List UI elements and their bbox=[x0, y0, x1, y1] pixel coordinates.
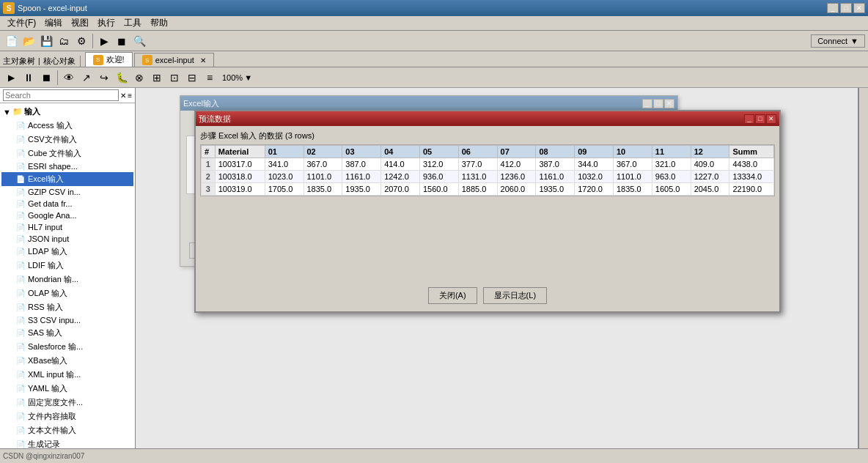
toolbar-btn-7[interactable]: 🔍 bbox=[131, 33, 147, 49]
panel-tab-core[interactable]: 核心对象 bbox=[43, 56, 76, 67]
toolbar-btn-5[interactable]: ▶ bbox=[96, 33, 112, 49]
tree-item-16[interactable]: 📄 SAS 输入 bbox=[1, 326, 133, 340]
pause-btn[interactable]: ⏸ bbox=[21, 70, 37, 86]
preview-max-btn[interactable]: □ bbox=[755, 114, 765, 124]
settings-btn[interactable]: ⚙ bbox=[73, 33, 89, 49]
item-icon-5: 📄 bbox=[16, 188, 25, 196]
toolbar-btn-6[interactable]: ◼ bbox=[114, 33, 130, 49]
tree-item-9[interactable]: 📄 JSON input bbox=[1, 233, 133, 245]
tree-folder-input[interactable]: ▼ 📁 输入 bbox=[1, 105, 133, 119]
tree-item-14[interactable]: 📄 RSS 输入 bbox=[1, 300, 133, 314]
tree-item-2[interactable]: 📄 Cube 文件输入 bbox=[1, 147, 133, 160]
tab-welcome[interactable]: S 欢迎! bbox=[85, 52, 133, 67]
excel-dialog-buttons: _ □ ✕ bbox=[642, 99, 674, 108]
excel-dialog-min[interactable]: _ bbox=[642, 99, 652, 108]
more-btn3[interactable]: ≡ bbox=[202, 70, 218, 86]
excel-dialog-close[interactable]: ✕ bbox=[664, 99, 674, 108]
item-icon-10: 📄 bbox=[16, 248, 25, 256]
folder-arrow-icon: ▼ bbox=[3, 108, 11, 116]
zoom-control[interactable]: 100% ▼ bbox=[222, 73, 252, 82]
search-clear-icon[interactable]: ✕ bbox=[120, 92, 126, 100]
item-icon-9: 📄 bbox=[16, 235, 25, 243]
close-btn[interactable]: ✕ bbox=[853, 3, 865, 13]
layout-btn[interactable]: ⊞ bbox=[149, 70, 165, 86]
tree-item-7[interactable]: 📄 Google Ana... bbox=[1, 210, 133, 221]
preview-close-button[interactable]: 关闭(A) bbox=[428, 287, 477, 304]
tree-item-13[interactable]: 📄 OLAP 输入 bbox=[1, 286, 133, 300]
menu-edit[interactable]: 编辑 bbox=[40, 15, 67, 31]
status-bar: CSDN @qingxinziran007 bbox=[0, 448, 868, 463]
zoom-dropdown[interactable]: ▼ bbox=[244, 73, 252, 82]
tab-bar: 主对象树 | 核心对象 S 欢迎! S excel-input ✕ bbox=[0, 51, 868, 67]
tab-welcome-icon: S bbox=[93, 55, 103, 65]
tree-item-23[interactable]: 📄 文本文件输入 bbox=[1, 423, 133, 437]
more-btn2[interactable]: ⊟ bbox=[184, 70, 200, 86]
maximize-btn[interactable]: □ bbox=[840, 3, 852, 13]
tree-item-20[interactable]: 📄 YAML 输入 bbox=[1, 382, 133, 396]
left-panel: ✕ ≡ ▼ 📁 输入 📄 Access 输入 📄 CSV文件输入 📄 Cube … bbox=[0, 88, 136, 463]
tree-item-12[interactable]: 📄 Mondrian 输... bbox=[1, 273, 133, 286]
tree-item-19[interactable]: 📄 XML input 输... bbox=[1, 368, 133, 382]
cell-0-6: 312.0 bbox=[419, 158, 458, 171]
tree-item-6[interactable]: 📄 Get data fr... bbox=[1, 198, 133, 210]
main-layout: ✕ ≡ ▼ 📁 输入 📄 Access 输入 📄 CSV文件输入 📄 Cube … bbox=[0, 88, 868, 463]
panel-tab-main[interactable]: 主对象树 bbox=[3, 56, 35, 67]
excel-dialog-max[interactable]: □ bbox=[653, 99, 663, 108]
tree-item-11[interactable]: 📄 LDIF 输入 bbox=[1, 259, 133, 273]
tree-item-22[interactable]: 📄 文件内容抽取 bbox=[1, 410, 133, 423]
menu-help[interactable]: 帮助 bbox=[146, 15, 172, 31]
title-bar-left: S Spoon - excel-input bbox=[3, 2, 87, 14]
preview-titlebar: 预流数据 _ □ ✕ bbox=[196, 111, 779, 126]
tab-close-icon[interactable]: ✕ bbox=[200, 56, 206, 64]
cell-0-11: 367.0 bbox=[614, 158, 652, 171]
item-icon-19: 📄 bbox=[16, 371, 25, 379]
tree-item-18[interactable]: 📄 XBase输入 bbox=[1, 354, 133, 368]
cell-2-2: 1705.0 bbox=[265, 183, 304, 196]
save-all-btn[interactable]: 🗂 bbox=[56, 33, 72, 49]
menu-run[interactable]: 执行 bbox=[93, 15, 119, 31]
new-btn[interactable]: 📄 bbox=[3, 33, 19, 49]
cell-2-8: 2060.0 bbox=[497, 183, 536, 196]
cell-1-13: 1227.0 bbox=[691, 171, 729, 183]
connect-button[interactable]: Connect ▼ bbox=[811, 34, 865, 48]
tree-item-5[interactable]: 📄 GZIP CSV in... bbox=[1, 186, 133, 198]
tree-item-3[interactable]: 📄 ESRI shape... bbox=[1, 160, 133, 172]
stop-btn[interactable]: ⏹ bbox=[38, 70, 54, 86]
run2-btn[interactable]: ↪ bbox=[96, 70, 112, 86]
preview-close-btn[interactable]: ✕ bbox=[766, 114, 776, 124]
preview-header-row: #Material010203040506070809101112Summ bbox=[202, 146, 774, 158]
run-toolbar: ▶ ⏸ ⏹ 👁 ↗ ↪ 🐛 ⊗ ⊞ ⊡ ⊟ ≡ 100% ▼ bbox=[0, 67, 868, 88]
debug-btn[interactable]: 🐛 bbox=[114, 70, 130, 86]
eye-btn[interactable]: 👁 bbox=[61, 70, 77, 86]
item-icon-18: 📄 bbox=[16, 357, 25, 365]
tree-item-8[interactable]: 📄 HL7 input bbox=[1, 221, 133, 233]
more-btn1[interactable]: ⊡ bbox=[166, 70, 183, 86]
tree-item-15[interactable]: 📄 S3 CSV inpu... bbox=[1, 314, 133, 326]
cell-1-11: 1101.0 bbox=[614, 171, 652, 183]
clear-btn[interactable]: ⊗ bbox=[131, 70, 147, 86]
item-icon-11: 📄 bbox=[16, 262, 25, 270]
menu-view[interactable]: 视图 bbox=[67, 15, 93, 31]
menu-file[interactable]: 文件(F) bbox=[3, 15, 40, 31]
preview-min-btn[interactable]: _ bbox=[744, 114, 754, 124]
cell-2-13: 2045.0 bbox=[691, 183, 729, 196]
tree-item-4[interactable]: 📄 Excel输入 bbox=[1, 172, 133, 186]
minimize-btn[interactable]: _ bbox=[827, 3, 839, 13]
title-bar-buttons: _ □ ✕ bbox=[827, 3, 865, 13]
open-btn[interactable]: 📂 bbox=[21, 33, 37, 49]
run-btn[interactable]: ▶ bbox=[3, 70, 19, 86]
tree-item-21[interactable]: 📄 固定宽度文件... bbox=[1, 396, 133, 410]
cell-0-12: 321.0 bbox=[652, 158, 691, 171]
tree-item-17[interactable]: 📄 Salesforce 输... bbox=[1, 340, 133, 354]
tree-item-10[interactable]: 📄 LDAP 输入 bbox=[1, 245, 133, 259]
preview-show-log-button[interactable]: 显示日志(L) bbox=[483, 287, 547, 304]
save-btn[interactable]: 💾 bbox=[38, 33, 54, 49]
cell-0-7: 377.0 bbox=[458, 158, 497, 171]
step-btn[interactable]: ↗ bbox=[78, 70, 95, 86]
search-input[interactable] bbox=[3, 89, 119, 101]
search-more-icon[interactable]: ≡ bbox=[128, 92, 132, 100]
tree-item-0[interactable]: 📄 Access 输入 bbox=[1, 119, 133, 133]
tab-excel-input[interactable]: S excel-input ✕ bbox=[134, 53, 214, 67]
tree-item-1[interactable]: 📄 CSV文件输入 bbox=[1, 133, 133, 147]
menu-tools[interactable]: 工具 bbox=[119, 15, 146, 31]
